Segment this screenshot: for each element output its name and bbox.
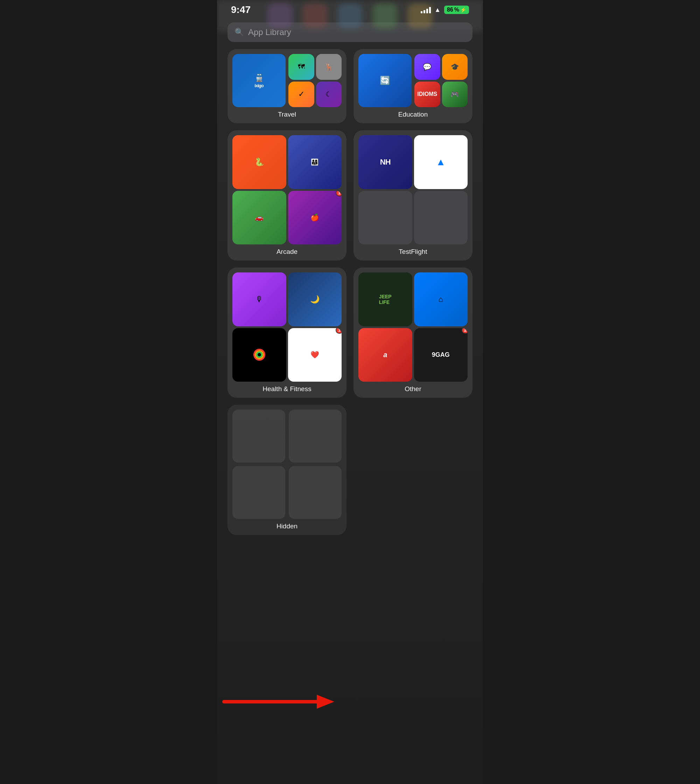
badge-health: 1: [336, 328, 342, 334]
folder-apps-travel: 🚆 ixigo 🗺 🦌 ✓ ☾: [232, 54, 342, 107]
badge-9gag: 2: [462, 328, 468, 334]
wifi-icon: ▲: [434, 6, 441, 13]
hidden-folder-grid: [232, 410, 342, 519]
phone-screen: 9:47 ▲ 86% ⚡ 🔍 App Library: [217, 0, 483, 784]
hidden-cell-4: [289, 466, 342, 519]
folder-other[interactable]: JEEPLIFE ⌂ a 9GAG 2 Other: [353, 267, 472, 398]
app-fruits[interactable]: 🍎 1: [288, 191, 342, 245]
app-maps[interactable]: 🗺: [288, 54, 314, 80]
folder-label-other: Other: [405, 385, 422, 393]
app-home[interactable]: ⌂: [414, 272, 468, 326]
svg-point-2: [257, 352, 262, 357]
svg-marker-4: [317, 695, 334, 709]
hidden-cell-3: [232, 466, 285, 519]
folder-apps-health: 🎙 🌙 ❤️ 1: [232, 272, 342, 382]
app-hill-climb[interactable]: 🚗: [232, 191, 286, 245]
app-podcasts[interactable]: 🎙: [232, 272, 286, 326]
arrow-annotation: [217, 689, 340, 714]
folder-education[interactable]: 🔄 💬 🎓 IDIOMS 🎮 Education: [353, 49, 472, 123]
empty-slot-2: [414, 191, 468, 245]
app-airtel[interactable]: a: [358, 328, 412, 382]
signal-icon: [421, 6, 431, 13]
app-crescent[interactable]: ☾: [316, 82, 342, 107]
status-icons: ▲ 86% ⚡: [421, 6, 469, 14]
app-ixigo[interactable]: 🚆 ixigo: [232, 54, 286, 107]
status-bar: 9:47 ▲ 86% ⚡: [217, 0, 483, 18]
app-edu-main[interactable]: 🔄: [358, 54, 412, 107]
folder-label-travel: Travel: [278, 111, 296, 118]
app-weather[interactable]: 🌙: [288, 272, 342, 326]
folder-label-testflight: TestFlight: [398, 248, 427, 255]
folder-hidden[interactable]: Hidden: [228, 405, 347, 535]
app-checklist[interactable]: ✓: [288, 82, 314, 107]
app-activity[interactable]: [232, 328, 286, 382]
folder-label-hidden: Hidden: [277, 522, 298, 530]
folder-label-education: Education: [398, 111, 428, 118]
folder-apps-testflight: NH ▲: [358, 135, 468, 244]
app-snaky[interactable]: 🐍: [232, 135, 286, 189]
app-nh[interactable]: NH: [358, 135, 412, 189]
red-arrow-svg: [217, 689, 340, 714]
app-idioms[interactable]: IDIOMS: [414, 82, 440, 107]
folder-label-health: Health & Fitness: [262, 385, 311, 393]
app-family-guy[interactable]: 👨‍👩‍👧: [288, 135, 342, 189]
bolt-icon: ⚡: [460, 7, 466, 13]
empty-slot-1: [358, 191, 412, 245]
app-edu5[interactable]: 🎮: [442, 82, 468, 107]
app-9gag[interactable]: 9GAG 2: [414, 328, 468, 382]
app-artstudio[interactable]: ▲: [414, 135, 468, 189]
app-library-grid: 🚆 ixigo 🗺 🦌 ✓ ☾ Travel 🔄: [217, 49, 483, 535]
app-deer[interactable]: 🦌: [316, 54, 342, 80]
folder-travel[interactable]: 🚆 ixigo 🗺 🦌 ✓ ☾ Travel: [228, 49, 347, 123]
folder-testflight[interactable]: NH ▲ TestFlight: [353, 130, 472, 260]
folder-apps-arcade: 🐍 👨‍👩‍👧 🚗 🍎 1: [232, 135, 342, 244]
folder-apps-other: JEEPLIFE ⌂ a 9GAG 2: [358, 272, 468, 382]
folder-apps-education: 🔄 💬 🎓 IDIOMS 🎮: [358, 54, 468, 107]
app-edu2[interactable]: 💬: [414, 54, 440, 80]
folder-label-arcade: Arcade: [277, 248, 298, 255]
battery-indicator: 86% ⚡: [444, 6, 469, 14]
time-display: 9:47: [231, 4, 251, 15]
app-health[interactable]: ❤️ 1: [288, 328, 342, 382]
app-edu3[interactable]: 🎓: [442, 54, 468, 80]
hidden-cell-2: [289, 410, 342, 462]
app-jeeplife[interactable]: JEEPLIFE: [358, 272, 412, 326]
badge-fruits: 1: [336, 191, 342, 197]
folder-arcade[interactable]: 🐍 👨‍👩‍👧 🚗 🍎 1 Arcade: [228, 130, 347, 260]
folder-health[interactable]: 🎙 🌙 ❤️ 1 Health & Fitness: [228, 267, 347, 398]
hidden-cell-1: [232, 410, 285, 462]
